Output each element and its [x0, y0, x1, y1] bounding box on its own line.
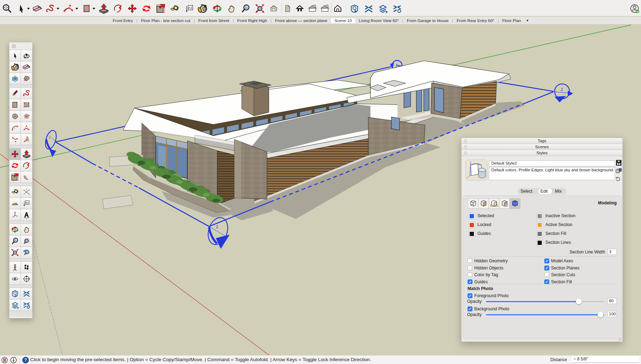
svg-text:1: 1 — [49, 135, 51, 139]
svg-text:1: 1 — [561, 87, 563, 92]
svg-text:?: ? — [24, 358, 27, 363]
svg-text:A1: A1 — [26, 201, 29, 204]
svg-text:1: 1 — [216, 224, 218, 229]
svg-text:A1: A1 — [188, 6, 192, 10]
svg-text:3': 3' — [26, 188, 27, 191]
